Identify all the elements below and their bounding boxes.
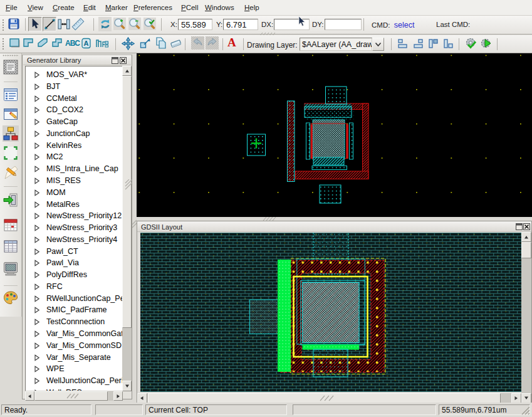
svg-text:A: A <box>84 40 89 47</box>
